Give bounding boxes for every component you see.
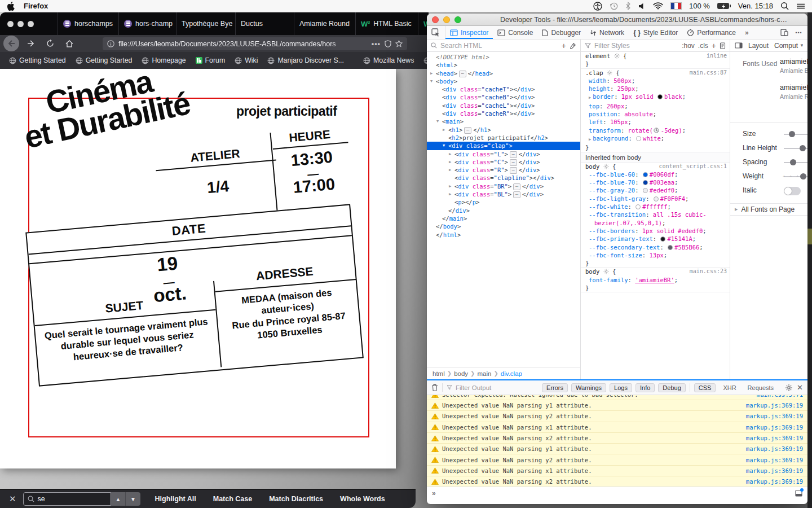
url-text[interactable]: file:///Users/leomab/Documents/2023/LUUS… [118, 40, 368, 48]
print-media-icon[interactable] [720, 42, 726, 49]
css-declaration[interactable]: --fbc-transition: all .15s cubic-bezier(… [581, 211, 730, 227]
css-declaration[interactable]: --fbc-gray-20: #ededf0; [581, 186, 730, 194]
font-slider[interactable] [784, 162, 807, 163]
markup-line[interactable]: ▶<div class="BR">⋯</div> [427, 182, 580, 190]
expand-arrow-icon[interactable]: ▶ [589, 95, 591, 100]
css-declaration[interactable]: --fbc-blue-60: #0060df; [581, 170, 730, 178]
url-bar[interactable]: file:///Users/leomab/Documents/2023/LUUS… [103, 37, 407, 50]
window-controls[interactable] [0, 12, 58, 35]
css-declaration[interactable]: height: 250px; [581, 85, 730, 93]
markup-line[interactable]: <!DOCTYPE html> [427, 53, 580, 61]
italic-toggle[interactable] [784, 187, 801, 195]
font-family-name[interactable]: amiamieB [780, 58, 807, 65]
console-settings-icon[interactable] [785, 384, 793, 392]
expand-arrow-icon[interactable]: ▶ [449, 158, 451, 166]
volume-icon[interactable] [638, 3, 646, 10]
reload-button[interactable] [43, 36, 58, 51]
markup-line[interactable]: <div class="cacheB"></div> [427, 93, 580, 101]
slider-knob[interactable] [800, 145, 806, 151]
css-declaration[interactable]: width: 500px; [581, 77, 730, 85]
input-language-flag-icon[interactable] [670, 2, 682, 10]
battery-icon[interactable] [717, 3, 731, 9]
browser-tab[interactable]: horschamps [58, 12, 118, 35]
page-actions-icon[interactable]: ••• [372, 40, 381, 48]
forward-button[interactable] [24, 36, 38, 51]
css-declaration[interactable]: font-family: 'amiamieBR'; [581, 276, 730, 284]
bookmark-item[interactable]: Wiki [235, 56, 258, 64]
bookmark-item[interactable]: Homepage [142, 56, 186, 64]
markup-line[interactable]: </main> [427, 214, 580, 222]
font-family-name[interactable]: amiamieR [780, 84, 807, 91]
devtools-tab-inspector[interactable]: Inspector [445, 26, 493, 39]
expand-arrow-icon[interactable]: ▶ [449, 190, 451, 198]
console-filter-requests[interactable]: Requests [744, 384, 778, 392]
find-option-button[interactable]: Match Case [213, 495, 252, 503]
find-option-button[interactable]: Match Diacritics [269, 495, 323, 503]
markup-line[interactable]: <div class="cacheL"></div> [427, 102, 580, 110]
color-swatch[interactable] [668, 245, 673, 250]
markup-line[interactable]: <div class="clapline"></div> [427, 174, 580, 182]
console-filter-input[interactable]: Filter Output [447, 384, 538, 391]
rule-settings-icon[interactable] [599, 268, 612, 275]
color-swatch[interactable] [643, 188, 648, 193]
add-rule-icon[interactable]: + [712, 41, 716, 50]
font-slider[interactable] [784, 134, 807, 135]
find-input[interactable]: se [23, 492, 111, 506]
markup-line[interactable]: ▼<div class="clap"> [427, 142, 580, 150]
console-filter-xhr[interactable]: XHR [719, 384, 740, 392]
console-filter-warnings[interactable]: Warnings [571, 383, 606, 392]
css-rule-selector[interactable]: .clap {main.css:87 [581, 69, 730, 77]
bookmark-star-icon[interactable] [395, 40, 403, 47]
back-button[interactable] [3, 36, 19, 51]
pseudo-class-toggle[interactable]: :hov [682, 42, 695, 50]
browser-tab[interactable]: hors-champ [118, 12, 176, 35]
css-rule-selector[interactable]: element {inline [581, 52, 730, 60]
console-source-link[interactable]: markup.js:369:19 [746, 402, 803, 409]
console-warning-row[interactable]: Unexpected value NaN parsing y2 attribut… [427, 454, 807, 465]
console-source-link[interactable]: markup.js:369:19 [746, 413, 803, 419]
bookmark-item[interactable]: Mozilla News [363, 56, 414, 64]
apple-menu-icon[interactable] [7, 2, 15, 11]
expand-arrow-icon[interactable]: ▶ [449, 166, 451, 174]
markup-line[interactable]: ▶<div class="C">⋯</div> [427, 158, 580, 166]
css-declaration[interactable]: position: absolute; [581, 110, 730, 118]
rule-settings-icon[interactable] [603, 69, 616, 76]
browser-tab[interactable]: W3HTML Basic [355, 12, 418, 35]
css-declaration[interactable]: --fbc-font-size: 13px; [581, 251, 730, 259]
console-source-link[interactable]: markup.js:369:19 [746, 424, 803, 431]
rule-source-link[interactable]: main.css:87 [690, 69, 727, 77]
console-filter-css[interactable]: CSS [694, 383, 716, 392]
breadcrumb-item[interactable]: div.clap [501, 370, 522, 377]
css-declaration[interactable]: transform: rotate(-5deg); [581, 126, 730, 134]
devtools-titlebar[interactable]: Developer Tools - file:///Users/leomab/D… [427, 14, 807, 26]
bookmark-item[interactable]: Getting Started [9, 56, 66, 64]
console-warning-row[interactable]: Unexpected value NaN parsing x2 attribut… [427, 476, 807, 487]
css-rule-selector[interactable]: body {content_script.css:1 [581, 163, 730, 170]
slider-knob[interactable] [800, 173, 806, 179]
spotlight-search-icon[interactable] [780, 2, 789, 10]
menubar-clock[interactable]: Ven. 15:18 [738, 2, 773, 10]
angle-swatch-icon[interactable] [653, 127, 661, 134]
pick-element-icon[interactable] [427, 26, 445, 39]
font-slider[interactable] [784, 148, 807, 149]
expand-arrow-icon[interactable]: ▶ [430, 69, 433, 77]
devtools-tab-debugger[interactable]: Debugger [537, 26, 585, 39]
browser-tab[interactable]: Amiamie Round [294, 12, 355, 35]
markup-line[interactable]: ▼<main> [427, 117, 580, 125]
minimize-window-button[interactable] [17, 21, 24, 27]
devtools-menu-icon[interactable]: ⋯ [795, 29, 802, 37]
bluetooth-icon[interactable] [625, 2, 631, 10]
console-source-link[interactable]: markup.js:369:19 [746, 478, 803, 485]
notification-center-icon[interactable] [796, 3, 805, 10]
breadcrumb-item[interactable]: body [454, 370, 468, 377]
console-warning-row[interactable]: Unexpected value NaN parsing x1 attribut… [427, 422, 807, 433]
color-swatch[interactable] [643, 172, 648, 177]
eyedropper-icon[interactable] [570, 42, 576, 49]
slider-knob[interactable] [790, 159, 796, 165]
console-warning-row[interactable]: Unexpected value NaN parsing x2 attribut… [427, 433, 807, 444]
bookmark-item[interactable]: Forum [196, 56, 226, 64]
page-info-icon[interactable] [107, 40, 114, 47]
markup-line[interactable]: </body> [427, 222, 580, 230]
markup-line[interactable]: </html> [427, 231, 580, 239]
close-window-button[interactable] [7, 21, 14, 27]
